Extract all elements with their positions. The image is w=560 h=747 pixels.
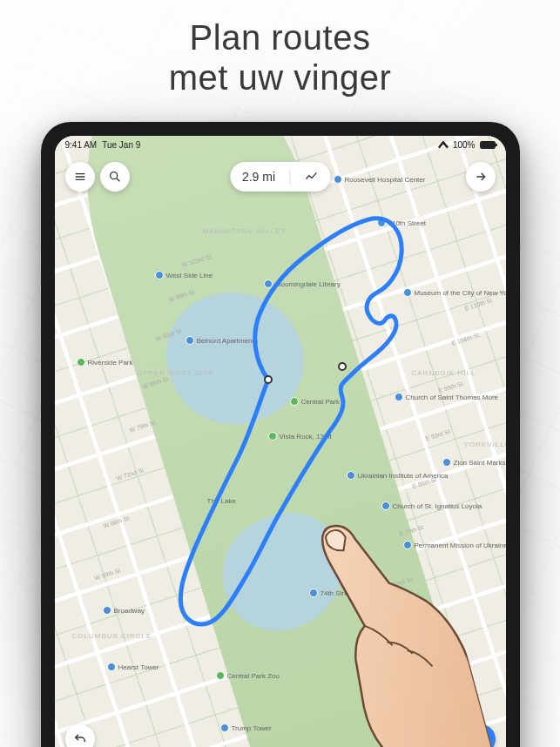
poi-hearst[interactable]: Hearst Tower [107, 663, 159, 671]
poi-central-park[interactable]: Central Park [290, 397, 340, 406]
poi-museum-cny[interactable]: Museum of the City of New York [403, 288, 506, 297]
svg-point-5 [110, 172, 117, 179]
pill-divider [289, 169, 290, 185]
tablet-screen[interactable]: 9:41 AM Tue Jan 9 100% Roosevelt Hospita… [55, 136, 506, 747]
district-carnegie: CARNEGIE HILL [412, 369, 476, 377]
status-time: 9:41 AM [65, 140, 98, 150]
status-bar: 9:41 AM Tue Jan 9 100% [55, 136, 506, 153]
poi-riverside[interactable]: Riverside Park [77, 358, 133, 367]
district-yorkville: YORKVILLE [464, 441, 506, 448]
distance-value: 2.9 mi [242, 170, 275, 184]
district-columbus: COLUMBUS CIRCLE [72, 632, 152, 640]
elevation-icon [304, 170, 318, 184]
menu-button[interactable] [65, 162, 95, 192]
district-upper-west: UPPER WEST SIDE [138, 369, 215, 377]
poi-bloomingdale[interactable]: Bloomingdale Library [264, 279, 341, 288]
menu-icon [73, 170, 87, 184]
forward-button[interactable] [466, 162, 496, 192]
poi-the-lake: The Lake [207, 497, 236, 505]
poi-trump[interactable]: Trump Tower [220, 723, 272, 732]
svg-line-6 [117, 178, 119, 181]
poi-westside[interactable]: West Side Line [155, 271, 213, 279]
poi-roosevelt[interactable]: Roosevelt Hospital Center [334, 175, 426, 184]
battery-icon [480, 141, 496, 149]
poi-st-thomas[interactable]: Church of Saint Thomas More [395, 393, 499, 401]
headline-line-2: met uw vinger [169, 58, 391, 97]
poi-zion[interactable]: Zion Saint Marks Church [442, 458, 506, 467]
status-battery: 100% [453, 140, 476, 150]
undo-icon [73, 732, 87, 746]
poi-broadway[interactable]: Broadway [103, 606, 145, 615]
poi-belnord[interactable]: Belnord Apartments [186, 336, 258, 345]
headline: Plan routes met uw vinger [0, 17, 560, 98]
wifi-icon [438, 141, 449, 149]
poi-vista-rock[interactable]: Vista Rock, 130ft [268, 432, 332, 441]
poi-zoo[interactable]: Central Park Zoo [216, 671, 280, 680]
arrow-right-icon [474, 170, 488, 184]
search-button[interactable] [100, 162, 130, 192]
poi-ukrainian[interactable]: Ukrainian Institute of America [347, 471, 449, 480]
poi-110th[interactable]: 110th Street [377, 219, 427, 227]
distance-pill[interactable]: 2.9 mi [230, 162, 330, 192]
headline-line-1: Plan routes [190, 18, 371, 57]
district-manhattan-valley: MANHATTAN VALLEY [203, 227, 287, 235]
search-icon [108, 170, 122, 184]
undo-button[interactable] [65, 724, 95, 747]
tablet-frame: 9:41 AM Tue Jan 9 100% Roosevelt Hospita… [41, 122, 520, 747]
status-date: Tue Jan 9 [102, 140, 140, 150]
